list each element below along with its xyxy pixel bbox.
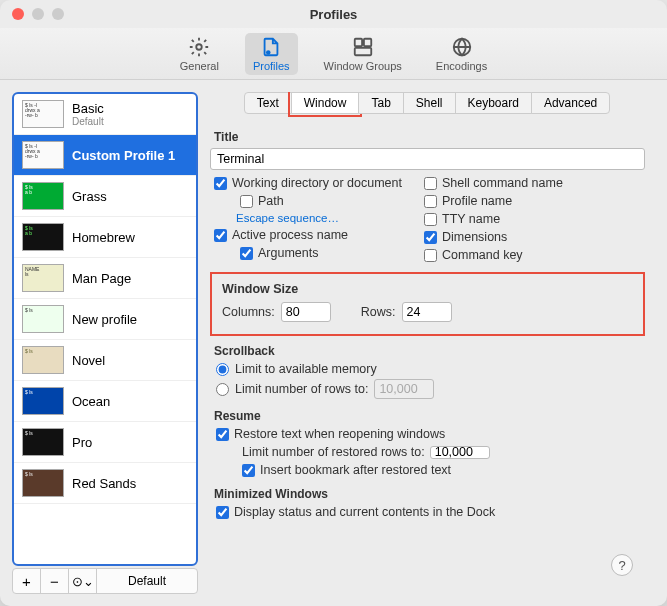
- profile-thumbnail: $ ls -ldrwx a-rw- b: [22, 141, 64, 169]
- tab-window[interactable]: Window: [291, 92, 360, 114]
- chk-insert-bookmark[interactable]: Insert bookmark after restored text: [216, 463, 645, 477]
- profile-name: Grass: [72, 189, 107, 204]
- profile-row-pro[interactable]: $ ls Pro: [14, 422, 196, 463]
- rows-label: Rows:: [361, 305, 396, 319]
- svg-point-1: [266, 50, 271, 55]
- ellipsis-dropdown-icon: ⊙⌄: [72, 574, 94, 589]
- title-section-label: Title: [214, 130, 645, 144]
- toolbar-label: Window Groups: [324, 60, 402, 72]
- columns-label: Columns:: [222, 305, 275, 319]
- rows-input[interactable]: [402, 302, 452, 322]
- toolbar-general[interactable]: General: [172, 33, 227, 75]
- profile-row-grass[interactable]: $ lsa b Grass: [14, 176, 196, 217]
- profile-row-new-profile[interactable]: $ ls New profile: [14, 299, 196, 340]
- profile-thumbnail: $ ls: [22, 428, 64, 456]
- chk-dimensions[interactable]: Dimensions: [424, 230, 645, 244]
- profile-row-basic[interactable]: $ ls -ldrwx a-rw- b Basic Default: [14, 94, 196, 135]
- preferences-toolbar: General Profiles Window Groups Encodings: [0, 28, 667, 80]
- svg-rect-2: [354, 38, 361, 45]
- chk-path[interactable]: Path: [214, 194, 424, 208]
- remove-profile-button[interactable]: −: [41, 569, 69, 593]
- profile-name: Ocean: [72, 394, 110, 409]
- profile-name: Custom Profile 1: [72, 148, 175, 163]
- window-size-label: Window Size: [222, 282, 633, 296]
- profile-tabbar: Text Window Tab Shell Keyboard Advanced: [210, 92, 645, 114]
- scrollback-rows-input: [374, 379, 434, 399]
- svg-rect-4: [354, 47, 371, 54]
- tab-shell[interactable]: Shell: [403, 92, 456, 114]
- globe-icon: [451, 36, 473, 58]
- restore-rows-label: Limit number of restored rows to:: [242, 445, 425, 459]
- add-profile-button[interactable]: +: [13, 569, 41, 593]
- profile-name: Pro: [72, 435, 92, 450]
- profile-name: New profile: [72, 312, 137, 327]
- chk-shell-command[interactable]: Shell command name: [424, 176, 645, 190]
- restore-rows-input[interactable]: [430, 446, 490, 459]
- profile-thumbnail: $ ls: [22, 305, 64, 333]
- toolbar-label: General: [180, 60, 219, 72]
- chk-active-process[interactable]: Active process name: [214, 228, 424, 242]
- profile-thumbnail: NAMEls: [22, 264, 64, 292]
- svg-point-0: [197, 44, 203, 50]
- profile-thumbnail: $ ls: [22, 346, 64, 374]
- toolbar-window-groups[interactable]: Window Groups: [316, 33, 410, 75]
- window-title-input[interactable]: [210, 148, 645, 170]
- profile-subtitle: Default: [72, 116, 104, 127]
- profile-row-novel[interactable]: $ ls Novel: [14, 340, 196, 381]
- tab-text[interactable]: Text: [244, 92, 292, 114]
- radio-limit-rows[interactable]: Limit number of rows to:: [216, 379, 645, 399]
- window-size-section: Window Size Columns: Rows:: [210, 272, 645, 336]
- profile-row-homebrew[interactable]: $ lsa b Homebrew: [14, 217, 196, 258]
- profile-thumbnail: $ lsa b: [22, 182, 64, 210]
- profile-name: Basic: [72, 101, 104, 116]
- profile-thumbnail: $ ls -ldrwx a-rw- b: [22, 100, 64, 128]
- chk-tty-name[interactable]: TTY name: [424, 212, 645, 226]
- resume-label: Resume: [214, 409, 645, 423]
- chk-working-directory[interactable]: Working directory or document: [214, 176, 424, 190]
- tab-keyboard[interactable]: Keyboard: [455, 92, 532, 114]
- chk-command-key[interactable]: Command key: [424, 248, 645, 262]
- toolbar-label: Encodings: [436, 60, 487, 72]
- chk-arguments[interactable]: Arguments: [214, 246, 424, 260]
- chk-display-dock[interactable]: Display status and current contents in t…: [216, 505, 645, 519]
- columns-input[interactable]: [281, 302, 331, 322]
- profile-icon: [260, 36, 282, 58]
- profile-thumbnail: $ lsa b: [22, 223, 64, 251]
- tab-tab[interactable]: Tab: [358, 92, 403, 114]
- toolbar-profiles[interactable]: Profiles: [245, 33, 298, 75]
- gear-icon: [188, 36, 210, 58]
- profile-row-red-sands[interactable]: $ ls Red Sands: [14, 463, 196, 504]
- profile-thumbnail: $ ls: [22, 387, 64, 415]
- toolbar-label: Profiles: [253, 60, 290, 72]
- profile-name: Homebrew: [72, 230, 135, 245]
- set-default-button[interactable]: Default: [97, 569, 197, 593]
- window-title: Profiles: [0, 7, 667, 22]
- profile-name: Man Page: [72, 271, 131, 286]
- help-button[interactable]: ?: [611, 554, 633, 576]
- profiles-sidebar[interactable]: $ ls -ldrwx a-rw- b Basic Default $ ls -…: [12, 92, 198, 566]
- scrollback-label: Scrollback: [214, 344, 645, 358]
- profile-row-ocean[interactable]: $ ls Ocean: [14, 381, 196, 422]
- profile-row-custom-1[interactable]: $ ls -ldrwx a-rw- b Custom Profile 1: [14, 135, 196, 176]
- profile-row-man-page[interactable]: NAMEls Man Page: [14, 258, 196, 299]
- chk-restore-text[interactable]: Restore text when reopening windows: [216, 427, 645, 441]
- profile-name: Red Sands: [72, 476, 136, 491]
- minimized-label: Minimized Windows: [214, 487, 645, 501]
- profile-thumbnail: $ ls: [22, 469, 64, 497]
- profile-actions-menu[interactable]: ⊙⌄: [69, 569, 97, 593]
- tab-advanced[interactable]: Advanced: [531, 92, 610, 114]
- profile-name: Novel: [72, 353, 105, 368]
- window-groups-icon: [352, 36, 374, 58]
- svg-rect-3: [364, 38, 371, 45]
- chk-profile-name[interactable]: Profile name: [424, 194, 645, 208]
- escape-sequence-link[interactable]: Escape sequence…: [214, 212, 424, 224]
- toolbar-encodings[interactable]: Encodings: [428, 33, 495, 75]
- radio-limit-memory[interactable]: Limit to available memory: [216, 362, 645, 376]
